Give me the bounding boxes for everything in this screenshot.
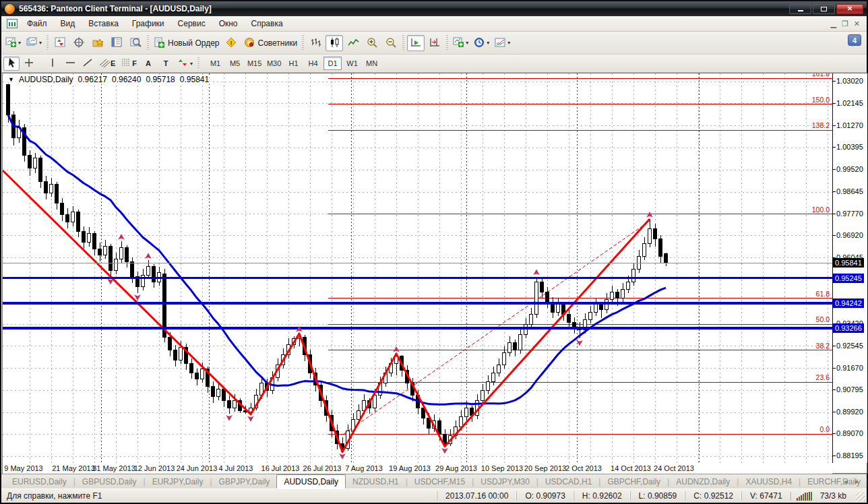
tab-gbpjpy-daily[interactable]: GBPJPY,Daily	[212, 476, 277, 488]
tab-gbpusd-daily[interactable]: GBPUSD,Daily	[75, 476, 144, 488]
metaeditor-button[interactable]: !	[223, 35, 241, 51]
zoom-in-button[interactable]	[363, 35, 381, 51]
bar-chart-button[interactable]	[307, 35, 324, 51]
child-minimize-icon[interactable]: ▁	[830, 20, 836, 28]
close-button[interactable]: ✕	[836, 4, 863, 14]
menu-item-4[interactable]: Сервис	[171, 17, 212, 30]
child-restore-icon[interactable]: ❐	[842, 20, 848, 28]
date-axis-label: 29 Aug 2013	[435, 464, 477, 472]
profiles-icon	[26, 37, 38, 49]
tab-audnzd-daily[interactable]: AUDNZD,Daily	[669, 476, 737, 488]
expert-advisors-button[interactable]: Советники	[242, 35, 300, 51]
price-chart-canvas[interactable]: 161.8150.0138.2100.061.850.038.223.60.0	[3, 73, 832, 474]
vertical-line-button[interactable]	[44, 57, 61, 71]
vertical-line-icon	[47, 57, 59, 69]
timeframe-mn[interactable]: MN	[363, 57, 381, 70]
tab-usdcad-h1[interactable]: USDCAD,H1	[538, 476, 598, 488]
timeframe-m5[interactable]: M5	[226, 57, 244, 70]
templates-button[interactable]: ▾	[493, 35, 512, 51]
tab-xauusd-h4[interactable]: XAUUSD,H4	[739, 476, 799, 488]
maximize-button[interactable]	[813, 4, 835, 14]
cursor-button[interactable]	[3, 57, 20, 71]
market-watch-button[interactable]	[51, 35, 69, 51]
date-axis-label: 12 Jun 2013	[134, 464, 175, 472]
arrows-button[interactable]: ▾	[175, 57, 195, 71]
chart-area[interactable]: 161.8150.0138.2100.061.850.038.223.60.0 …	[2, 73, 867, 474]
chart-shift-button[interactable]	[426, 35, 443, 51]
svg-text:50.0: 50.0	[816, 315, 830, 323]
svg-text:161.8: 161.8	[812, 73, 830, 77]
zoom-out-icon	[385, 37, 397, 49]
timeframe-h1[interactable]: H1	[284, 57, 303, 70]
minimize-button[interactable]	[789, 4, 811, 14]
favorites-button[interactable]	[89, 35, 106, 51]
status-bar: Для справки, нажмите F1 2013.07.16 00:00…	[1, 489, 867, 503]
tab-usdjpy-m30[interactable]: USDJPY,M30	[474, 476, 536, 488]
menu-item-2[interactable]: Вставка	[82, 17, 125, 30]
chart-tab-bar: EURUSD,Daily|GBPUSD,Daily|EURJPY,Daily|G…	[1, 474, 867, 489]
equidistant-channel-button[interactable]: E	[97, 57, 117, 71]
status-field-5: V: 67471	[741, 491, 790, 501]
app-logo-icon	[5, 4, 15, 14]
mailbox-notification-badge[interactable]: 4	[848, 34, 861, 46]
tab-gbpchf-daily[interactable]: GBPCHF,Daily	[600, 476, 667, 488]
trendline-button[interactable]	[80, 57, 96, 71]
price-axis-label: 1.00395	[836, 143, 863, 151]
line-chart-button[interactable]	[344, 35, 362, 51]
data-window-button[interactable]	[108, 35, 125, 51]
menu-item-3[interactable]: Графики	[125, 17, 171, 30]
svg-text:61.8: 61.8	[816, 290, 830, 298]
text-button[interactable]: A	[140, 57, 156, 71]
profiles-button[interactable]: ▾	[24, 35, 44, 51]
time-axis[interactable]: 9 May 201321 May 201331 May 201312 Jun 2…	[3, 463, 832, 474]
timeframe-h4[interactable]: H4	[304, 57, 322, 70]
timeframe-m30[interactable]: M30	[265, 57, 283, 70]
menu-item-6[interactable]: Справка	[245, 17, 290, 30]
toolbar-separator	[446, 35, 448, 51]
chevron-down-icon[interactable]: ▼	[8, 76, 14, 83]
price-axis-label: 0.99520	[836, 165, 863, 173]
menu-item-5[interactable]: Окно	[212, 17, 245, 30]
svg-text:38.2: 38.2	[816, 342, 830, 350]
menu-item-0[interactable]: Файл	[20, 17, 54, 30]
timeframe-w1[interactable]: W1	[343, 57, 361, 70]
favorites-icon	[92, 37, 104, 49]
price-axis-label: 0.88195	[836, 451, 863, 460]
child-close-icon[interactable]: ✕	[854, 20, 860, 28]
tab-usdchf-m15[interactable]: USDCHF,M15	[408, 476, 472, 488]
price-axis-label: 0.92545	[836, 342, 863, 350]
chart-shift-icon	[429, 37, 441, 49]
auto-scroll-button[interactable]	[407, 35, 425, 51]
tab-nzdusd-h1[interactable]: NZDUSD,H1	[346, 476, 406, 488]
resize-grip[interactable]	[856, 493, 865, 502]
price-axis-label: 1.01270	[836, 121, 863, 129]
drawing-toolbar: EFAT▾ M1M5M15M30H1H4D1W1MN	[1, 55, 867, 73]
expert-advisors-icon	[244, 37, 255, 49]
tab-audusd-daily[interactable]: AUDUSD,Daily	[276, 474, 346, 489]
timeframe-m15[interactable]: M15	[245, 57, 264, 70]
title-bar[interactable]: 565436: Panteon Client Terminal - [AUDUS…	[1, 1, 867, 16]
navigator-button[interactable]	[70, 35, 88, 51]
zoom-out-button[interactable]	[382, 35, 400, 51]
crosshair-button[interactable]	[21, 57, 37, 71]
menu-item-1[interactable]: Вид	[54, 17, 82, 30]
trendline-icon	[82, 57, 94, 69]
tab-scroll-right-icon[interactable]: ►	[854, 478, 860, 485]
periods-button[interactable]: ▾	[472, 35, 491, 51]
chart-symbol-label: AUDUSD,Daily	[19, 75, 73, 84]
fibonacci-button[interactable]: F	[119, 57, 139, 71]
tab-eurjpy-daily[interactable]: EURJPY,Daily	[146, 476, 210, 488]
indicators-button[interactable]: ▾	[451, 35, 470, 51]
price-axis[interactable]: 1.030201.021451.012701.003950.995200.986…	[832, 73, 867, 463]
tab-scroll-left-icon[interactable]: ◄	[842, 478, 848, 485]
new-chart-button[interactable]: ▾	[3, 35, 23, 51]
strategy-tester-button[interactable]	[127, 35, 144, 51]
timeframe-m1[interactable]: M1	[206, 57, 224, 70]
new-order-button[interactable]: Новый Ордер	[152, 35, 221, 51]
candlestick-chart-button[interactable]	[326, 35, 343, 51]
tab-eurusd-daily[interactable]: EURUSD,Daily	[5, 476, 73, 488]
text-label-button[interactable]: T	[158, 57, 174, 71]
horizontal-line-button[interactable]	[62, 57, 78, 71]
navigator-icon	[73, 37, 85, 49]
timeframe-d1[interactable]: D1	[323, 57, 342, 70]
